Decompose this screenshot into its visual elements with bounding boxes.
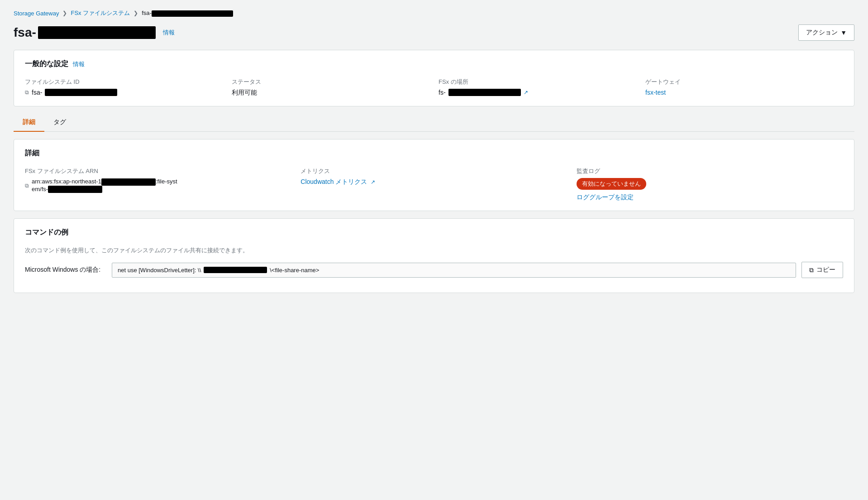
actions-button[interactable]: アクション ▼: [798, 24, 854, 41]
filesystem-id-label: ファイルシステム ID: [25, 78, 223, 86]
breadcrumb-fsx-filesystem[interactable]: FSx ファイルシステム: [71, 9, 130, 17]
external-link-icon[interactable]: ↗: [524, 89, 528, 96]
copy-button-icon: ⧉: [809, 266, 814, 274]
fsx-location-redacted: [448, 89, 521, 96]
windows-command-input: net use [WindowsDriveLetter]: \\\<file-s…: [112, 263, 796, 278]
tabs-container: 詳細 タグ: [14, 114, 854, 132]
command-examples-title: コマンドの例: [25, 228, 843, 237]
general-settings-card: 一般的な設定 情報 ファイルシステム ID ⧉ fsa- ステータス 利用可能 …: [14, 50, 854, 106]
general-settings-props: ファイルシステム ID ⧉ fsa- ステータス 利用可能 FSx の場所 fs…: [25, 78, 843, 97]
audit-log-label: 監査ログ: [577, 167, 843, 175]
filesystem-id-field: ファイルシステム ID ⧉ fsa-: [25, 78, 223, 97]
arn-field: FSx ファイルシステム ARN ⧉ arn:aws:fsx:ap-northe…: [25, 167, 291, 202]
page-header: fsa- 情報 アクション ▼: [14, 24, 854, 41]
copy-command-button[interactable]: ⧉ コピー: [801, 262, 843, 278]
fsx-location-field: FSx の場所 fs- ↗: [439, 78, 636, 97]
fsid-redacted: [45, 89, 117, 96]
title-redacted: [38, 26, 156, 39]
windows-command-row: Microsoft Windows の場合: net use [WindowsD…: [25, 262, 843, 278]
arn-value: ⧉ arn:aws:fsx:ap-northeast-1:file-syst e…: [25, 178, 291, 193]
command-description: 次のコマンド例を使用して、このファイルシステムのファイル共有に接続できます。: [25, 246, 843, 255]
metrics-field: メトリクス Cloudwatch メトリクス ↗: [300, 167, 567, 202]
audit-log-field: 監査ログ 有効になっていません ロググループを設定: [577, 167, 843, 202]
tab-details[interactable]: 詳細: [14, 114, 44, 132]
breadcrumb-current: fsa-: [142, 10, 233, 17]
command-redacted: [204, 267, 267, 273]
copy-icon-arn[interactable]: ⧉: [25, 183, 29, 189]
arn-redacted-1: [101, 178, 156, 186]
page-info-link[interactable]: 情報: [163, 29, 175, 37]
status-value: 利用可能: [232, 89, 429, 97]
windows-label: Microsoft Windows の場合:: [25, 266, 106, 274]
metrics-label: メトリクス: [300, 167, 567, 175]
metrics-value: Cloudwatch メトリクス ↗: [300, 178, 567, 186]
page-title: fsa-: [14, 25, 156, 40]
breadcrumb-id-redacted: [152, 10, 233, 17]
cloudwatch-metrics-link[interactable]: Cloudwatch メトリクス ↗: [300, 178, 375, 186]
gateway-label: ゲートウェイ: [645, 78, 843, 86]
filesystem-id-value: ⧉ fsa-: [25, 89, 223, 96]
cloudwatch-external-icon: ↗: [371, 179, 375, 185]
fsx-location-label: FSx の場所: [439, 78, 636, 86]
status-label: ステータス: [232, 78, 429, 86]
details-props: FSx ファイルシステム ARN ⧉ arn:aws:fsx:ap-northe…: [25, 167, 843, 202]
arn-label: FSx ファイルシステム ARN: [25, 167, 291, 175]
gateway-field: ゲートウェイ fsx-test: [645, 78, 843, 97]
breadcrumb-sep-1: ❯: [62, 10, 67, 16]
gateway-value: fsx-test: [645, 89, 843, 96]
arn-text: arn:aws:fsx:ap-northeast-1:file-syst em/…: [32, 178, 177, 193]
audit-log-badge: 有効になっていません: [577, 178, 646, 190]
page-title-area: fsa- 情報: [14, 25, 175, 40]
tab-tags[interactable]: タグ: [44, 114, 75, 132]
details-card: 詳細 FSx ファイルシステム ARN ⧉ arn:aws:fsx:ap-nor…: [14, 139, 854, 211]
fsx-location-value: fs- ↗: [439, 89, 636, 96]
set-log-group-link[interactable]: ロググループを設定: [577, 193, 634, 201]
breadcrumb: Storage Gateway ❯ FSx ファイルシステム ❯ fsa-: [14, 9, 854, 17]
command-examples-card: コマンドの例 次のコマンド例を使用して、このファイルシステムのファイル共有に接続…: [14, 218, 854, 293]
chevron-down-icon: ▼: [840, 29, 847, 36]
copy-icon-fsid[interactable]: ⧉: [25, 89, 29, 96]
general-settings-info-link[interactable]: 情報: [73, 60, 85, 68]
breadcrumb-sep-2: ❯: [134, 10, 138, 16]
details-card-title: 詳細: [25, 149, 843, 158]
general-settings-title: 一般的な設定 情報: [25, 59, 843, 69]
gateway-link[interactable]: fsx-test: [645, 89, 666, 96]
status-field: ステータス 利用可能: [232, 78, 429, 97]
audit-log-value: 有効になっていません ロググループを設定: [577, 178, 843, 202]
arn-redacted-2: [48, 186, 102, 193]
breadcrumb-storage-gateway[interactable]: Storage Gateway: [14, 10, 59, 17]
